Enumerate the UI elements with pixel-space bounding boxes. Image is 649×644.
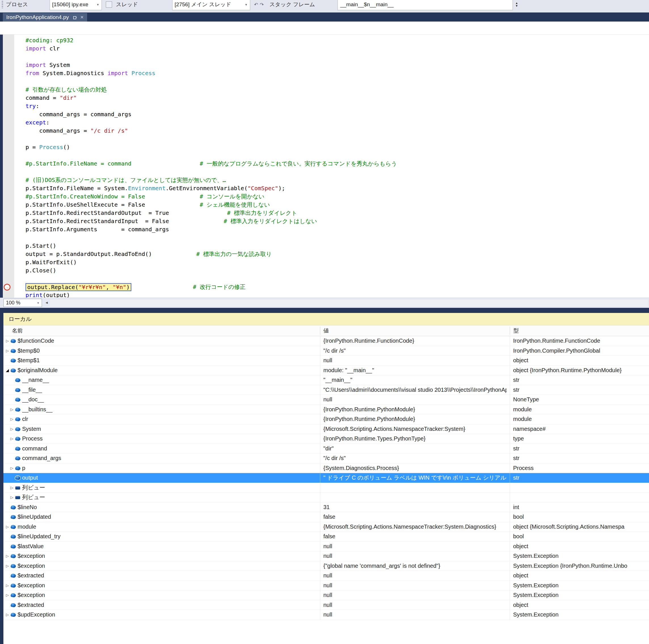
chevron-down-icon[interactable]: ▼ xyxy=(94,3,99,6)
variable-icon xyxy=(10,349,16,353)
locals-row[interactable]: ▷Process{IronPython.Runtime.Types.Python… xyxy=(3,434,649,444)
variable-name: $lineUpdated xyxy=(17,512,317,522)
variable-type: module xyxy=(510,405,649,414)
locals-row[interactable]: ▷列ビュー xyxy=(3,483,649,493)
expand-icon[interactable]: ▷ xyxy=(10,483,14,493)
expand-icon[interactable]: ▷ xyxy=(5,561,10,571)
collapse-icon[interactable]: ◢ xyxy=(5,366,10,375)
locals-row[interactable]: command_args"/c dir /s"str xyxy=(3,454,649,463)
locals-left-edge xyxy=(0,313,3,644)
code-line xyxy=(26,234,649,242)
document-tab-title: IronPythonApplication4.py xyxy=(6,14,69,20)
variable-type: object {IronPython.Runtime.PythonModule} xyxy=(510,366,649,375)
locals-row[interactable]: ▷System{Microsoft.Scripting.Actions.Name… xyxy=(3,424,649,434)
code-area[interactable]: #coding: cp932import clrimport Systemfro… xyxy=(14,35,649,297)
variable-icon xyxy=(10,505,16,510)
expand-icon[interactable]: ▷ xyxy=(10,405,14,414)
variable-name: $lastValue xyxy=(17,542,317,551)
panel-divider[interactable] xyxy=(0,308,649,313)
expand-icon[interactable]: ▷ xyxy=(5,336,10,346)
locals-row[interactable]: ▷$exceptionnullSystem.Exception xyxy=(3,590,649,600)
locals-row[interactable]: ▷$exceptionnullSystem.Exception xyxy=(3,581,649,591)
column-header-name[interactable]: 名前 xyxy=(12,325,23,336)
expand-icon[interactable]: ▷ xyxy=(10,434,14,444)
process-combobox[interactable]: [15060] ipy.exe ▼ xyxy=(50,0,102,10)
close-icon[interactable]: ✕ xyxy=(80,15,84,20)
locals-row[interactable]: ▷$updExceptionnullSystem.Exception xyxy=(3,610,649,620)
expand-icon[interactable]: ▷ xyxy=(5,581,10,590)
glyph-margin[interactable] xyxy=(3,35,14,297)
frame-navigation-icons[interactable]: ↶↷ xyxy=(254,2,266,8)
locals-row[interactable]: $lineNo31int xyxy=(3,503,649,512)
pin-icon[interactable] xyxy=(73,15,77,19)
code-line: command = "dir" xyxy=(26,94,649,102)
chevron-down-icon[interactable]: ▼ xyxy=(35,302,39,305)
variable-name: __builtins__ xyxy=(22,405,317,414)
locals-rows: ▷$functionCode{IronPython.Runtime.Functi… xyxy=(3,336,649,644)
expand-icon[interactable]: ▷ xyxy=(5,610,10,619)
locals-row[interactable]: __file__"C:\\Users\\admin\\documents\\vi… xyxy=(3,385,649,395)
threads-toggle-icon[interactable] xyxy=(106,1,112,8)
expand-icon[interactable]: ▷ xyxy=(10,424,14,434)
toolbar-grip-icon[interactable] xyxy=(2,1,3,8)
code-line: # (旧)DOS系のコンソールコマンドは、ファイルとしては実態が無いので、… xyxy=(26,176,649,184)
expand-icon[interactable]: ▷ xyxy=(5,346,10,356)
column-resize-handle[interactable] xyxy=(320,327,320,335)
variable-icon xyxy=(10,358,16,363)
toolbar-overflow-stepper[interactable]: ▲ ▼ xyxy=(515,2,518,7)
locals-row[interactable]: command"dir"str xyxy=(3,444,649,454)
expand-icon[interactable]: ▷ xyxy=(5,551,10,561)
horizontal-scrollbar[interactable] xyxy=(50,300,648,307)
chevron-down-icon[interactable]: ▼ xyxy=(243,3,248,6)
variable-value: {IronPython.Runtime.PythonModule} xyxy=(320,405,507,414)
locals-row[interactable]: ▷module{Microsoft.Scripting.Actions.Name… xyxy=(3,522,649,532)
locals-row[interactable]: $lineUpdatedfalsebool xyxy=(3,512,649,522)
locals-row[interactable]: $lastValuenullobject xyxy=(3,542,649,552)
locals-row[interactable]: $extractednullobject xyxy=(3,600,649,610)
locals-row[interactable]: ◢$originalModulemodule: "__main__"object… xyxy=(3,366,649,376)
variable-value: "/c dir /s" xyxy=(320,346,507,356)
variable-type: str xyxy=(510,454,649,463)
code-line: p.StartInfo.UseShellExecute = False # シェ… xyxy=(26,201,649,209)
expand-icon[interactable]: ▷ xyxy=(10,414,14,424)
variable-name: $exception xyxy=(17,581,317,590)
locals-row[interactable]: $extractednullobject xyxy=(3,571,649,581)
locals-row[interactable]: ▷$exceptionnullSystem.Exception xyxy=(3,551,649,561)
locals-row[interactable]: ▷列ビュー xyxy=(3,493,649,503)
thread-label: スレッド xyxy=(116,1,138,8)
locals-row[interactable]: $lineUpdated_tryfalsebool xyxy=(3,532,649,542)
expand-icon[interactable]: ▷ xyxy=(5,522,10,532)
view-icon xyxy=(15,487,20,490)
zoom-level-select[interactable]: 100 % ▼ xyxy=(3,299,42,307)
expand-icon[interactable]: ▷ xyxy=(5,590,10,600)
locals-row[interactable]: ▷__builtins__{IronPython.Runtime.PythonM… xyxy=(3,405,649,415)
document-tab[interactable]: IronPythonApplication4.py ✕ xyxy=(3,13,87,21)
locals-row[interactable]: ▷$temp$0"/c dir /s"IronPython.Compiler.P… xyxy=(3,346,649,356)
variable-name: __name__ xyxy=(22,375,317,385)
locals-row[interactable]: output" ドライブ C のボリューム ラベルは WIN です\r\n ボリ… xyxy=(3,473,649,483)
variable-icon xyxy=(15,475,21,480)
thread-combobox[interactable]: [2756] メイン スレッド ▼ xyxy=(172,0,250,10)
locals-row[interactable]: ▷$exception{"global name 'command_args' … xyxy=(3,561,649,571)
locals-row[interactable]: ▷p{System.Diagnostics.Process}Process xyxy=(3,463,649,473)
variable-icon xyxy=(15,387,21,392)
code-line xyxy=(26,135,649,143)
variable-value: null xyxy=(320,356,507,365)
scroll-left-icon[interactable]: ◄ xyxy=(45,301,48,305)
locals-row[interactable]: __doc__nullNoneType xyxy=(3,395,649,405)
locals-row[interactable]: __name__"__main__"str xyxy=(3,375,649,385)
column-resize-handle[interactable] xyxy=(510,327,510,335)
variable-value: "__main__" xyxy=(320,375,507,385)
locals-row[interactable]: ▷clr{IronPython.Runtime.PythonModule}mod… xyxy=(3,414,649,424)
column-header-value[interactable]: 値 xyxy=(323,325,329,336)
locals-row[interactable]: $temp$1nullobject xyxy=(3,356,649,366)
variable-type: namespace# xyxy=(510,424,649,434)
expand-icon[interactable]: ▷ xyxy=(10,493,14,502)
code-editor[interactable]: → #coding: cp932import clrimport Systemf… xyxy=(0,35,649,297)
locals-row[interactable]: ▷$functionCode{IronPython.Runtime.Functi… xyxy=(3,336,649,346)
variable-value: {IronPython.Runtime.Types.PythonType} xyxy=(320,434,507,444)
expand-icon[interactable]: ▷ xyxy=(10,463,14,473)
variable-name: System xyxy=(22,424,317,434)
stack-frame-combobox[interactable]: __main__$n__main__ xyxy=(338,0,513,10)
column-header-type[interactable]: 型 xyxy=(513,325,519,336)
